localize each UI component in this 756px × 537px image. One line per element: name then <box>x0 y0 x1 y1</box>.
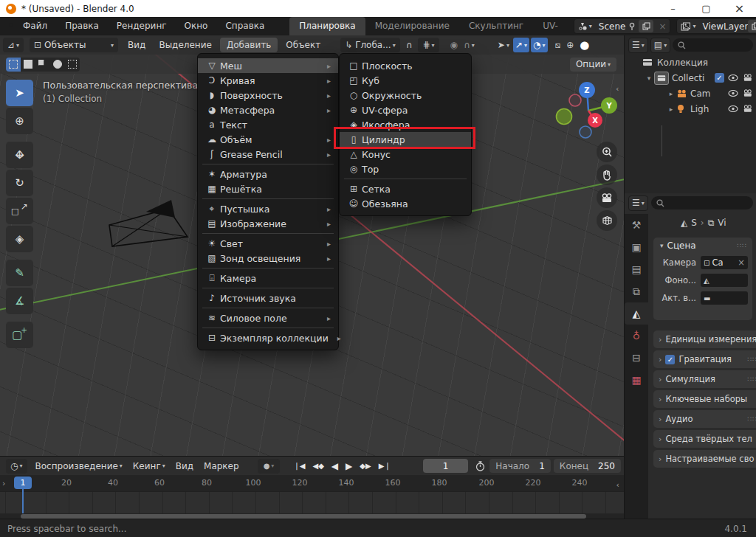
add-menu-item-force-field[interactable]: ≋Силовое поле <box>198 311 338 325</box>
tool-rotate[interactable]: ↻ <box>6 170 33 196</box>
new-scene-button[interactable] <box>639 20 653 32</box>
mesh-menu-item-uv-sphere[interactable]: ⊕UV-сфера <box>340 103 471 117</box>
mesh-menu-item-monkey[interactable]: ☺Обезьяна <box>340 196 471 211</box>
snap-toggle[interactable]: ∩ <box>404 38 415 52</box>
tool-add-cube[interactable]: ▢+ <box>6 322 33 348</box>
tab-view-layer[interactable]: ⧉ <box>625 280 648 302</box>
gravity-checkbox[interactable]: ✓ <box>665 355 675 364</box>
viewlayer-icon[interactable]: ▾ <box>677 22 699 31</box>
hide-viewport-icon[interactable] <box>728 105 738 112</box>
play-button[interactable]: ▶ <box>343 459 355 474</box>
auto-keying-toggle[interactable]: ●▾ <box>258 459 281 474</box>
expand-icon[interactable]: ▸ <box>666 105 676 113</box>
disable-render-icon[interactable] <box>743 105 753 113</box>
timeline-editor-type-dropdown[interactable]: ◷▾ <box>6 459 27 474</box>
add-menu-item-curve[interactable]: ƆКривая <box>198 73 338 88</box>
panel-keying-sets[interactable]: ›Ключевые наборы <box>653 390 756 408</box>
background-scene-field[interactable]: ◭ <box>701 274 748 287</box>
menu-file[interactable]: Файл <box>14 17 56 35</box>
timeline-expand-icon[interactable]: › <box>2 479 5 488</box>
tab-collection[interactable]: ⊟ <box>625 347 648 369</box>
tab-texture[interactable]: ▦ <box>625 369 648 391</box>
timeline-channels[interactable] <box>0 491 624 514</box>
menu-help[interactable]: Справка <box>216 17 273 35</box>
properties-search-input[interactable] <box>651 196 753 209</box>
menu-select[interactable]: Выделение <box>152 35 218 55</box>
workspace-tab-sculpting[interactable]: Скульптинг <box>459 17 533 35</box>
timeline-menu-marker[interactable]: Маркер <box>199 457 244 475</box>
gizmo-toggle[interactable]: ↗▾ <box>513 38 529 52</box>
hide-viewport-icon[interactable] <box>728 90 738 97</box>
timeline-collapse-icon[interactable]: ‹ <box>616 480 619 490</box>
new-viewlayer-button[interactable] <box>748 20 756 32</box>
add-menu-item-collection-instance[interactable]: ⊟Экземпляр коллекции <box>198 330 338 345</box>
pan-button[interactable] <box>597 164 617 185</box>
clear-icon[interactable]: × <box>738 257 745 268</box>
selectability-dropdown[interactable]: ➤▾ <box>495 38 512 52</box>
add-menu-item-metaball[interactable]: ◕Метасфера <box>198 103 338 117</box>
active-clip-field[interactable]: ▬ <box>701 291 748 305</box>
keying-dropdown[interactable]: Кеинг▾ <box>128 457 171 475</box>
add-menu-item-camera[interactable]: ⌻Камера <box>198 271 338 285</box>
select-mode-set[interactable] <box>6 58 21 72</box>
tab-render[interactable]: ▣ <box>625 236 648 258</box>
disable-render-icon[interactable] <box>743 89 753 97</box>
outliner-display-mode-dropdown[interactable]: ☰▾ <box>628 38 648 53</box>
mesh-menu-item-ico-sphere[interactable]: ◈Икосфера <box>340 117 471 132</box>
tool-annotate[interactable]: ✎ <box>6 260 33 286</box>
scene-name[interactable]: Scene <box>596 21 626 32</box>
next-keyframe-button[interactable]: ◆▶ <box>357 459 374 474</box>
outliner-row-collection[interactable]: ▾ Collecti ✓ <box>625 70 756 86</box>
panel-simulation[interactable]: ›Симуляция∷∷ <box>653 370 756 388</box>
panel-units[interactable]: ›Единицы измерения <box>653 330 756 348</box>
add-menu-item-light-probe[interactable]: ▧Зонд освещения <box>198 251 338 266</box>
viewlayer-selector[interactable]: ▾ ViewLayer × <box>676 18 756 34</box>
navigation-gizmo[interactable]: Z Y X <box>554 76 624 146</box>
menu-render[interactable]: Рендеринг <box>108 17 176 35</box>
playhead[interactable]: 1 <box>14 477 32 489</box>
collection-checkbox[interactable]: ✓ <box>715 73 724 83</box>
scene-selector[interactable]: ▾ Scene × <box>574 18 671 34</box>
options-dropdown[interactable]: Опции▾ <box>570 58 616 72</box>
overlays-toggle[interactable]: ◔▾ <box>531 38 548 52</box>
tool-measure[interactable]: ∡ <box>6 288 33 314</box>
menu-add[interactable]: Добавить <box>220 38 278 52</box>
menu-object[interactable]: Объект <box>279 35 327 55</box>
jump-to-start-button[interactable]: ❘◀ <box>290 459 308 474</box>
camera-object[interactable] <box>103 198 203 254</box>
panel-audio[interactable]: ›Аудио∷∷ <box>653 410 756 428</box>
outliner-filter-dropdown[interactable]: ▤▾ <box>650 38 670 53</box>
current-frame-field[interactable]: 1 <box>423 459 468 473</box>
stopwatch-icon[interactable] <box>475 461 485 471</box>
add-menu-item-mesh[interactable]: ▽Меш <box>198 58 338 73</box>
add-menu-item-lattice[interactable]: ▦Решётка <box>198 181 338 196</box>
workspace-tab-modeling[interactable]: Моделирование <box>365 17 459 35</box>
breadcrumb-scene[interactable]: S <box>691 218 697 228</box>
xray-toggle[interactable]: ⧅ <box>553 38 563 52</box>
zoom-button[interactable] <box>597 142 617 162</box>
mesh-menu-item-circle[interactable]: ○Окружность <box>340 88 471 103</box>
tool-scale[interactable]: □↗ <box>6 198 33 224</box>
editor-type-dropdown[interactable]: ⊿▾ <box>3 38 24 52</box>
menu-edit[interactable]: Правка <box>56 17 108 35</box>
shading-solid-button[interactable]: ● <box>577 38 591 52</box>
frame-end-field[interactable]: Конец250 <box>554 459 621 473</box>
add-menu-item-armature[interactable]: ✶Арматура <box>198 167 338 181</box>
mesh-menu-item-grid[interactable]: ⊞Сетка <box>340 181 471 196</box>
tool-transform[interactable]: ◈ <box>6 226 33 252</box>
hide-viewport-icon[interactable] <box>728 75 738 81</box>
add-menu-item-image[interactable]: ▤Изображение <box>198 216 338 231</box>
mesh-menu-item-torus[interactable]: ◎Тор <box>340 162 471 176</box>
tab-world[interactable]: ♁ <box>625 325 648 347</box>
select-mode-invert[interactable] <box>50 58 65 72</box>
breadcrumb-viewlayer[interactable]: Vi <box>718 218 726 228</box>
expand-icon[interactable]: ▸ <box>666 90 676 97</box>
tab-output[interactable]: ▤ <box>625 258 648 280</box>
pin-icon[interactable] <box>628 22 636 31</box>
play-reverse-button[interactable]: ◀ <box>329 459 341 474</box>
mesh-menu-item-cylinder[interactable]: ▯Цилиндр <box>340 132 471 147</box>
collapse-icon[interactable]: ▾ <box>644 75 654 82</box>
properties-editor-type-dropdown[interactable]: ☰▾ <box>628 195 648 211</box>
minimize-button[interactable]: – <box>656 1 690 17</box>
viewlayer-name[interactable]: ViewLayer <box>699 21 748 32</box>
